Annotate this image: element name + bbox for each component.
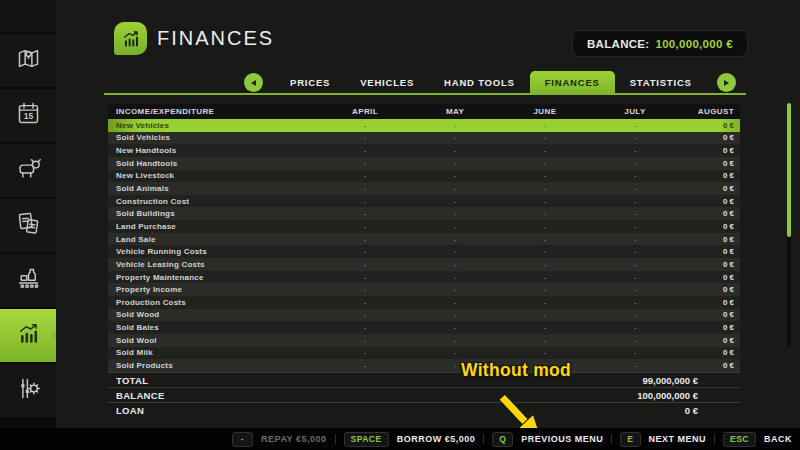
page-title: FINANCES — [157, 27, 274, 50]
row-label: Sold Bales — [108, 323, 320, 332]
table-row-vehicle-running-costs[interactable]: Vehicle Running Costs----0 € — [108, 245, 740, 258]
table-row-sold-wood[interactable]: Sold Wood----0 € — [108, 309, 740, 322]
row-value: 0 € — [680, 209, 740, 218]
table-row-sold-wool[interactable]: Sold Wool----0 € — [108, 334, 740, 347]
row-value: - — [500, 336, 590, 345]
row-value: - — [590, 146, 680, 155]
row-value: - — [590, 171, 680, 180]
table-header: INCOME/EXPENDITUREAPRILMAYJUNEJULYAUGUST — [108, 104, 740, 119]
row-label: Sold Handtools — [108, 159, 320, 168]
table-row-production-costs[interactable]: Production Costs----0 € — [108, 296, 740, 309]
row-value: - — [410, 336, 500, 345]
row-value: - — [320, 146, 410, 155]
tab-hand-tools[interactable]: HAND TOOLS — [429, 71, 530, 94]
row-label: Property Maintenance — [108, 273, 320, 282]
summary-row-loan: LOAN0 € — [108, 402, 740, 417]
sidebar-item-contracts[interactable] — [0, 199, 56, 252]
finances-page-icon — [114, 22, 147, 55]
row-value: - — [590, 260, 680, 269]
table-row-sold-bales[interactable]: Sold Bales----0 € — [108, 321, 740, 334]
animals-icon — [15, 155, 42, 186]
row-label: Sold Milk — [108, 348, 320, 357]
table-row-sold-buildings[interactable]: Sold Buildings----0 € — [108, 207, 740, 220]
row-value: 0 € — [680, 323, 740, 332]
row-value: - — [410, 348, 500, 357]
footer-separator — [611, 434, 612, 444]
row-value: - — [590, 310, 680, 319]
main-panel: FINANCES BALANCE: 100,000,000 € PRICESVE… — [56, 0, 800, 428]
row-value: - — [590, 323, 680, 332]
summary-label: BALANCE — [108, 390, 165, 401]
row-value: - — [320, 348, 410, 357]
row-value: - — [320, 197, 410, 206]
row-value: - — [590, 361, 680, 370]
row-value: - — [410, 197, 500, 206]
tab-finances[interactable]: FINANCES — [530, 71, 615, 94]
table-row-sold-milk[interactable]: Sold Milk----0 € — [108, 347, 740, 360]
sidebar: 15 — [0, 0, 56, 428]
table-row-sold-products[interactable]: Sold Products----0 € — [108, 359, 740, 372]
row-value: 0 € — [680, 184, 740, 193]
row-label: Land Purchase — [108, 222, 320, 231]
footer-action-previous-menu[interactable]: QPREVIOUS MENU — [492, 432, 603, 447]
table-row-construction-cost[interactable]: Construction Cost----0 € — [108, 195, 740, 208]
sidebar-item-animals[interactable] — [0, 144, 56, 197]
row-value: - — [500, 298, 590, 307]
prev-tab-button[interactable] — [244, 73, 263, 92]
table-row-new-vehicles[interactable]: New Vehicles----0 € — [108, 119, 740, 132]
row-value: 0 € — [680, 197, 740, 206]
footer-action-label: BORROW €5,000 — [397, 434, 476, 444]
scrollbar-thumb[interactable] — [787, 103, 791, 237]
table-row-sold-animals[interactable]: Sold Animals----0 € — [108, 182, 740, 195]
production-icon — [15, 265, 42, 296]
row-value: - — [500, 247, 590, 256]
row-value: - — [590, 348, 680, 357]
row-value: 0 € — [680, 285, 740, 294]
row-value: - — [500, 197, 590, 206]
row-value: - — [410, 121, 500, 130]
table-row-new-livestock[interactable]: New Livestock----0 € — [108, 170, 740, 183]
row-value: - — [320, 310, 410, 319]
footer-action-label: NEXT MENU — [649, 434, 707, 444]
row-value: - — [590, 159, 680, 168]
row-value: - — [410, 146, 500, 155]
contracts-icon — [15, 210, 42, 241]
key-badge: - — [232, 432, 253, 447]
column-header-july: JULY — [590, 107, 680, 116]
sidebar-item-map[interactable] — [0, 34, 56, 87]
row-label: Vehicle Leasing Costs — [108, 260, 320, 269]
table-row-new-handtools[interactable]: New Handtools----0 € — [108, 144, 740, 157]
row-value: - — [500, 171, 590, 180]
footer-action-borrow-5-000[interactable]: SPACEBORROW €5,000 — [344, 432, 476, 447]
footer-action-back[interactable]: ESCBACK — [723, 432, 792, 447]
tab-statistics[interactable]: STATISTICS — [615, 71, 707, 94]
table-row-property-maintenance[interactable]: Property Maintenance----0 € — [108, 271, 740, 284]
table-summary: TOTAL99,000,000 €BALANCE100,000,000 €LOA… — [108, 372, 740, 417]
tab-prices[interactable]: PRICES — [275, 71, 345, 94]
row-value: - — [410, 298, 500, 307]
footer-action-next-menu[interactable]: ENEXT MENU — [620, 432, 706, 447]
summary-value: 100,000,000 € — [637, 390, 740, 401]
sidebar-item-calendar[interactable]: 15 — [0, 89, 56, 142]
row-value: - — [410, 222, 500, 231]
row-value: - — [320, 171, 410, 180]
table-row-property-income[interactable]: Property Income----0 € — [108, 283, 740, 296]
row-value: - — [320, 121, 410, 130]
footer-separator — [335, 434, 336, 444]
row-value: - — [500, 159, 590, 168]
table-row-sold-handtools[interactable]: Sold Handtools----0 € — [108, 157, 740, 170]
sidebar-item-finances[interactable] — [0, 309, 56, 362]
sidebar-item-production[interactable] — [0, 254, 56, 307]
table-row-sold-vehicles[interactable]: Sold Vehicles----0 € — [108, 132, 740, 145]
sidebar-item-settings[interactable] — [0, 364, 56, 417]
row-value: 0 € — [680, 273, 740, 282]
footer-action-label: PREVIOUS MENU — [521, 434, 603, 444]
summary-value: 99,000,000 € — [643, 375, 740, 386]
scrollbar-track — [787, 103, 791, 347]
row-value: - — [410, 247, 500, 256]
tab-vehicles[interactable]: VEHICLES — [345, 71, 429, 94]
table-row-land-purchase[interactable]: Land Purchase----0 € — [108, 220, 740, 233]
table-row-vehicle-leasing-costs[interactable]: Vehicle Leasing Costs----0 € — [108, 258, 740, 271]
table-row-land-sale[interactable]: Land Sale----0 € — [108, 233, 740, 246]
next-tab-button[interactable] — [717, 73, 736, 92]
